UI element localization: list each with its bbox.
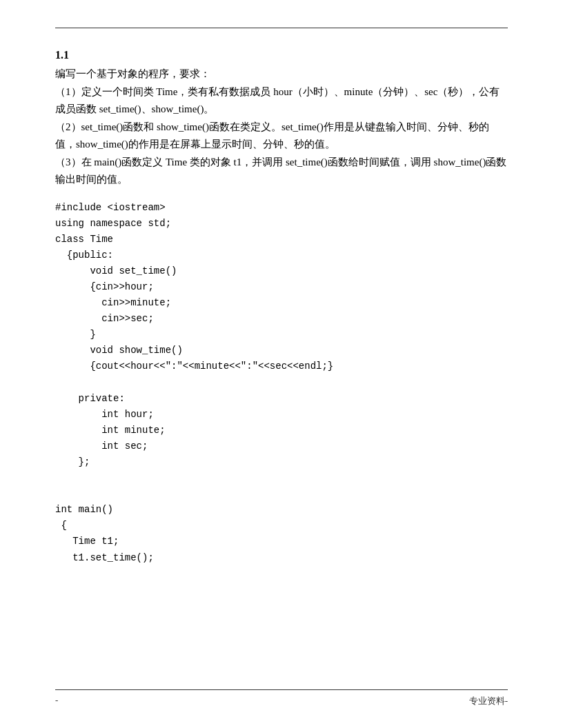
code-line-20: int main() [55, 502, 508, 518]
footer-right: 专业资料- [469, 695, 508, 707]
desc-line-2: （1）定义一个时间类 Time，类有私有数据成员 hour（小时）、minute… [55, 86, 500, 115]
code-line-10: void show_time() [55, 343, 508, 358]
code-line-22: Time t1; [55, 534, 508, 549]
code-line-18 [55, 470, 508, 486]
code-line-1: #include <iostream> [55, 200, 508, 216]
footer: - 专业资料- [55, 695, 508, 707]
code-line-7: cin>>minute; [55, 295, 508, 311]
description-text: 编写一个基于对象的程序，要求： （1）定义一个时间类 Time，类有私有数据成员… [55, 65, 508, 189]
page: 1.1 编写一个基于对象的程序，要求： （1）定义一个时间类 Time，类有私有… [0, 0, 563, 728]
code-line-19 [55, 486, 508, 502]
desc-line-4: （3）在 main()函数定义 Time 类的对象 t1，并调用 set_tim… [55, 156, 506, 185]
section-number: 1.1 [55, 49, 508, 61]
code-line-2: using namespace std; [55, 216, 508, 232]
code-line-16: int sec; [55, 438, 508, 454]
code-line-23: t1.set_time(); [55, 550, 508, 566]
code-line-5: void set_time() [55, 263, 508, 279]
code-line-11: {cout<<hour<<":"<<minute<<":"<<sec<<endl… [55, 358, 508, 374]
code-line-21: { [55, 518, 508, 534]
desc-line-3: （2）set_time()函数和 show_time()函数在类定义。set_t… [55, 121, 489, 150]
footer-left: - [55, 695, 58, 707]
desc-line-1: 编写一个基于对象的程序，要求： [55, 68, 210, 79]
code-line-9: } [55, 327, 508, 343]
code-line-17: }; [55, 454, 508, 470]
code-line-15: int minute; [55, 423, 508, 438]
bottom-divider [55, 689, 508, 690]
code-line-12 [55, 375, 508, 391]
top-divider [55, 28, 508, 28]
code-line-14: int hour; [55, 407, 508, 423]
code-line-4: {public: [55, 247, 508, 263]
code-line-3: class Time [55, 232, 508, 247]
code-line-6: {cin>>hour; [55, 279, 508, 295]
code-block: #include <iostream> using namespace std;… [55, 200, 508, 566]
code-line-8: cin>>sec; [55, 311, 508, 327]
code-line-13: private: [55, 391, 508, 407]
